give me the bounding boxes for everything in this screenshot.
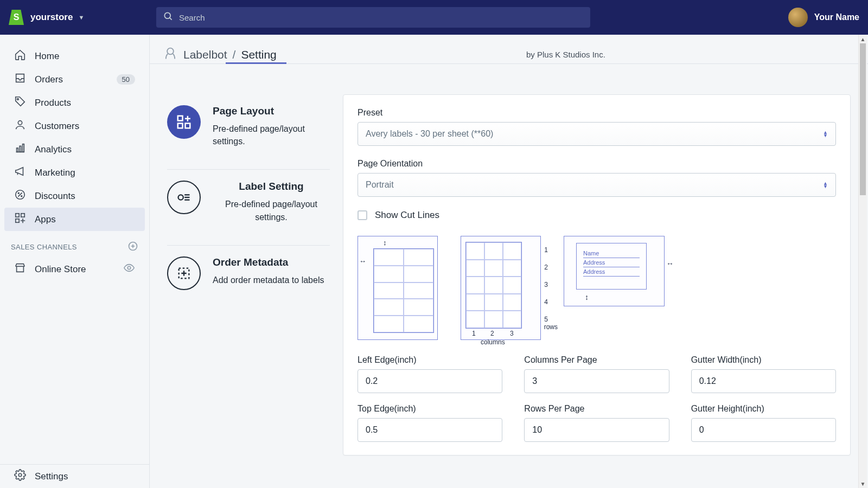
sidebar-item-settings[interactable]: Settings [4,465,145,488]
svg-rect-11 [21,214,24,217]
arrow-horizontal-icon: ↔ [666,259,674,268]
preset-select[interactable]: Avery labels - 30 per sheet (**60) ▲▼ [358,122,836,146]
sidebar-item-label: Products [35,98,71,108]
columns-field[interactable] [524,369,669,393]
sidebar-item-label: Apps [35,214,56,225]
arrow-vertical-icon: ↕ [585,293,589,301]
content-header: Labelbot / Setting by Plus K Studios Inc… [150,35,868,64]
breadcrumb-app[interactable]: Labelbot [183,48,227,61]
sidebar-item-discounts[interactable]: Discounts [4,184,145,208]
field-label: Top Edge(inch) [358,404,502,414]
top-edge-field[interactable] [358,418,502,442]
sidebar-section-label: SALES CHANNELS [11,243,77,251]
section-order-metadata[interactable]: Order Metadata Add order metadata to lab… [167,246,330,312]
sidebar-item-label: Settings [35,471,68,482]
settings-form: Preset Avery labels - 30 per sheet (**60… [343,94,851,455]
section-title: Label Setting [213,181,330,192]
label-icon [167,181,201,214]
sidebar-item-customers[interactable]: Customers [4,114,145,138]
field-label: Gutter Height(inch) [691,404,836,414]
chart-icon [14,142,26,157]
topbar: yourstore ▼ Your Name [0,0,868,35]
svg-rect-19 [178,124,183,129]
field-label: Rows Per Page [524,404,669,414]
arrow-vertical-icon: ↕ [383,239,387,247]
svg-rect-12 [16,219,19,222]
svg-point-14 [127,266,131,269]
tag-icon [14,95,26,110]
sidebar-item-home[interactable]: Home [4,44,145,68]
orientation-select[interactable]: Portrait ▲▼ [358,173,836,197]
left-edge-field[interactable] [358,369,502,393]
field-label: Gutter Width(inch) [691,355,836,365]
sidebar-item-label: Marketing [35,168,75,178]
section-title: Order Metadata [213,256,324,268]
scrollbar[interactable]: ▲ ▼ [858,35,867,488]
svg-point-9 [21,196,22,197]
checkbox-label: Show Cut Lines [375,210,439,221]
add-channel-button[interactable] [127,241,138,253]
breadcrumb: Labelbot / Setting [163,46,277,63]
section-desc: Pre-defined page/layout settings. [213,198,330,223]
section-desc: Pre-defined page/layout settings. [213,123,330,147]
gutter-height-field[interactable] [691,418,836,442]
checkbox-icon [358,210,367,220]
field-label: Preset [358,108,836,118]
apps-icon [14,212,26,227]
user-name: Your Name [814,12,859,22]
sidebar-item-products[interactable]: Products [4,91,145,114]
home-icon [14,49,26,63]
search-bar[interactable] [156,7,590,28]
shopify-logo-icon [9,10,24,25]
sidebar-item-online-store[interactable]: Online Store [4,258,145,281]
layout-icon [167,105,201,139]
sidebar-item-label: Customers [35,121,79,132]
section-desc: Add order metadata to labels [213,274,324,286]
svg-point-3 [18,121,22,125]
scroll-up-button[interactable]: ▲ [859,35,867,43]
sidebar-item-label: Analytics [35,144,72,155]
gutter-width-field[interactable] [691,369,836,393]
select-value: Avery labels - 30 per sheet (**60) [366,129,493,139]
svg-rect-17 [178,116,183,121]
store-switcher[interactable]: yourstore ▼ [30,12,84,23]
diagram-margins: ↕ ↔ [358,236,439,340]
store-name: yourstore [30,12,73,23]
store-icon [14,262,26,277]
avatar [788,8,808,27]
sidebar-item-analytics[interactable]: Analytics [4,138,145,161]
sidebar-item-apps[interactable]: Apps [4,208,145,231]
search-input[interactable] [179,13,584,22]
rows-field[interactable] [524,418,669,442]
svg-point-15 [18,473,22,477]
eye-icon[interactable] [123,262,135,277]
svg-rect-6 [23,144,24,152]
cutlines-checkbox[interactable]: Show Cut Lines [358,210,836,221]
app-byline: by Plus K Studios Inc. [526,50,605,59]
app-icon [163,46,178,63]
layout-diagrams: ↕ ↔ 1 2 3 4 5 rows 1 [358,236,836,340]
sidebar-item-marketing[interactable]: Marketing [4,161,145,184]
megaphone-icon [14,165,26,180]
settings-sections: Page Layout Pre-defined page/layout sett… [167,94,330,455]
svg-rect-18 [186,124,190,129]
person-icon [14,119,26,133]
diagram-grid: 1 2 3 4 5 rows 1 2 3 columns [461,236,542,340]
section-page-layout[interactable]: Page Layout Pre-defined page/layout sett… [167,94,330,170]
svg-rect-10 [16,214,19,217]
sidebar-item-orders[interactable]: Orders 50 [4,68,145,91]
svg-point-2 [17,99,19,100]
field-label: Columns Per Page [524,355,669,365]
section-label-setting[interactable]: Label Setting Pre-defined page/layout se… [167,170,330,245]
scroll-thumb[interactable] [860,43,866,195]
sidebar-item-label: Orders [35,74,63,85]
svg-point-8 [18,192,19,194]
select-caret-icon: ▲▼ [823,131,828,137]
diagram-label: Name Address Address ↕ ↔ [564,236,672,306]
user-menu[interactable]: Your Name [788,8,859,27]
scroll-down-button[interactable]: ▼ [859,479,867,488]
svg-point-20 [178,195,183,200]
breadcrumb-separator: / [233,48,236,61]
field-label: Left Edge(inch) [358,355,502,365]
chevron-down-icon: ▼ [78,14,84,21]
